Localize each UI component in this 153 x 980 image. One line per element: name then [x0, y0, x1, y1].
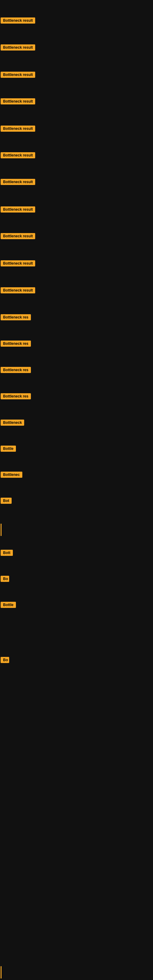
badge-label: Bottlenec [1, 472, 22, 478]
badge-label: Bottleneck result [1, 45, 35, 51]
badge-label: Bot [1, 498, 12, 504]
badge-label: Bottle [1, 445, 16, 452]
badge-label: Bottleneck result [1, 233, 35, 239]
badge-label: Bottleneck result [1, 126, 35, 132]
bottleneck-result-badge[interactable]: Bo [1, 576, 9, 583]
bottleneck-result-badge[interactable]: Bo [1, 657, 9, 664]
bottleneck-result-badge[interactable]: Bottleneck result [1, 260, 35, 268]
bottleneck-result-badge[interactable]: Bottleneck res [1, 314, 31, 321]
badge-label: Bottleneck result [1, 98, 35, 105]
vertical-bar-accent [1, 966, 2, 978]
site-title [0, 0, 153, 4]
bottleneck-result-badge[interactable]: Bottleneck result [1, 18, 35, 25]
badge-label: Bottleneck result [1, 287, 35, 293]
bottleneck-result-badge[interactable]: Bottleneck result [1, 45, 35, 52]
bottleneck-result-badge[interactable]: Bottleneck res [1, 393, 31, 401]
bottleneck-result-badge[interactable]: Bottleneck result [1, 207, 35, 214]
bottleneck-result-badge[interactable]: Bottleneck result [1, 287, 35, 294]
badge-label: Bottleneck result [1, 207, 35, 213]
bottleneck-result-badge[interactable]: Bottleneck result [1, 152, 35, 159]
badge-label: Bo [1, 576, 9, 582]
bottleneck-result-badge[interactable]: Bottleneck result [1, 126, 35, 133]
bottleneck-result-badge[interactable]: Bottleneck result [1, 179, 35, 186]
bottleneck-result-badge[interactable]: Bottleneck result [1, 98, 35, 106]
vertical-bar-accent [1, 524, 2, 536]
badge-label: Bottleneck result [1, 152, 35, 158]
badge-label: Bottleneck res [1, 340, 31, 347]
badge-label: Bottleneck result [1, 18, 35, 24]
badge-label: Bo [1, 657, 9, 663]
badge-label: Bottleneck result [1, 260, 35, 266]
bottleneck-result-badge[interactable]: Bot [1, 498, 12, 505]
badge-label: Bottleneck result [1, 72, 35, 78]
bottleneck-result-badge[interactable]: Bottleneck result [1, 233, 35, 240]
badge-label: Bottleneck res [1, 393, 31, 399]
bottleneck-result-badge[interactable]: Bottle [1, 602, 16, 609]
bottleneck-result-badge[interactable]: Bottleneck res [1, 340, 31, 348]
bottleneck-result-badge[interactable]: Bottleneck res [1, 367, 31, 374]
bottleneck-result-badge[interactable]: Bottle [1, 445, 16, 453]
badge-label: Bottleneck res [1, 314, 31, 320]
badge-label: Bottle [1, 602, 16, 608]
bottleneck-result-badge[interactable]: Bottleneck [1, 420, 24, 427]
bottleneck-result-badge[interactable]: Bottleneck result [1, 72, 35, 79]
badge-label: Bottleneck [1, 420, 24, 426]
bottleneck-result-badge[interactable]: Bottlenec [1, 472, 22, 479]
badge-label: Bott [1, 550, 13, 556]
badge-label: Bottleneck result [1, 179, 35, 185]
badge-label: Bottleneck res [1, 367, 31, 373]
bottleneck-result-badge[interactable]: Bott [1, 550, 13, 557]
